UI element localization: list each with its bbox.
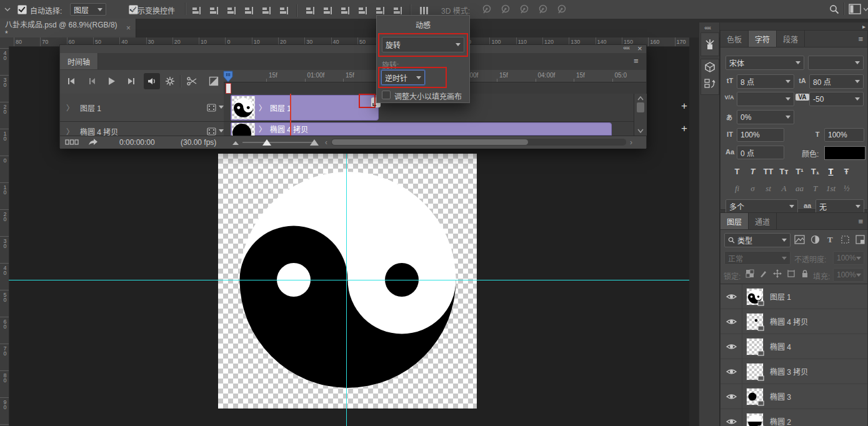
add-media-icon[interactable]: + [681, 122, 687, 135]
align-top-edges-icon[interactable] [191, 6, 201, 16]
faux-underline-icon[interactable]: T [823, 167, 839, 176]
layer-name[interactable]: 椭圆 2 [770, 416, 791, 426]
tool-preset-chevron-icon[interactable] [4, 6, 11, 13]
distribute-right-edges-icon[interactable] [392, 6, 402, 16]
opentype-titling-alternates-icon[interactable]: A [776, 184, 792, 194]
faux-small-caps-icon[interactable]: Tт [776, 167, 792, 176]
panel-menu-icon[interactable]: ≡ [858, 34, 862, 44]
add-media-icon[interactable]: + [681, 100, 687, 112]
text-color-swatch[interactable] [824, 146, 866, 160]
font-style-dropdown[interactable] [808, 56, 864, 70]
chevron-down-icon[interactable] [219, 129, 224, 132]
search-icon[interactable] [829, 4, 840, 15]
opentype-fractions-icon[interactable]: ½ [839, 184, 854, 194]
split-scissors-icon[interactable] [186, 76, 197, 86]
layer-visibility-eye-icon[interactable] [721, 359, 742, 384]
3d-slide-icon[interactable] [537, 4, 549, 15]
vertical-ruler[interactable]: 403020100102030405060708090100 [0, 46, 9, 426]
opentype-stylistic-alternates-icon[interactable]: st [761, 184, 776, 194]
baseline-shift-field[interactable]: 0 点 [737, 146, 784, 159]
canvas[interactable] [218, 154, 477, 409]
layer-thumbnail[interactable] [746, 338, 764, 355]
chevron-down-icon[interactable] [219, 106, 224, 109]
fill-field[interactable]: 100% [833, 268, 864, 282]
opentype-contextual-alternates-icon[interactable]: aa [792, 184, 807, 194]
disclosure-icon[interactable]: 〉 [66, 102, 74, 113]
timeline-scrollbar[interactable] [331, 139, 626, 146]
next-frame-icon[interactable] [126, 76, 136, 86]
3d-panel-icon[interactable] [704, 61, 716, 75]
language-dropdown[interactable]: 多个 [726, 199, 798, 214]
film-frames-icon[interactable] [207, 104, 216, 112]
collapse-to-icons-icon[interactable]: ▸ [862, 23, 865, 30]
layer-visibility-eye-icon[interactable] [721, 284, 742, 309]
faux-bold-icon[interactable]: T [729, 167, 745, 176]
track-scrollbar[interactable] [634, 94, 647, 136]
expand-panels-icon[interactable]: «« [704, 24, 711, 31]
3d-scale-icon[interactable] [556, 4, 567, 15]
tab-channels[interactable]: 通道 [749, 213, 777, 229]
align-vertical-centers-icon[interactable] [209, 6, 219, 16]
layer-row[interactable]: 椭圆 4 拷贝 [721, 309, 867, 334]
opentype-ordinals-icon[interactable]: T [807, 184, 823, 194]
close-panel-icon[interactable]: × [637, 44, 642, 53]
distribute-vertical-centers-icon[interactable] [322, 6, 332, 16]
lock-position-icon[interactable] [773, 269, 782, 278]
previous-frame-icon[interactable] [86, 76, 96, 86]
vertical-guide[interactable] [346, 154, 347, 426]
font-size-dropdown[interactable]: 8 点 [737, 74, 794, 89]
layer-name[interactable]: 椭圆 4 拷贝 [770, 316, 808, 327]
tracking-dropdown[interactable]: -50 [809, 92, 864, 106]
workspace-switcher-icon[interactable] [849, 4, 861, 14]
disclosure-icon[interactable]: 〉 [259, 124, 266, 134]
tab-paragraph[interactable]: 段落 [777, 31, 805, 47]
scroll-right-icon[interactable]: › [630, 138, 632, 147]
scroll-thumb[interactable] [637, 102, 644, 112]
align-bottom-edges-icon[interactable] [226, 6, 236, 16]
resize-canvas-checkbox[interactable] [382, 91, 391, 99]
tsume-dropdown[interactable]: 0% [737, 110, 794, 124]
render-video-icon[interactable] [87, 137, 99, 147]
scroll-thumb[interactable] [332, 139, 528, 145]
layer-row[interactable]: 图层 1 [721, 284, 867, 309]
panel-menu-icon[interactable]: ≡ [858, 217, 862, 226]
layer-visibility-eye-icon[interactable] [721, 309, 742, 334]
close-tab-icon[interactable]: × [126, 24, 131, 32]
first-frame-icon[interactable] [66, 76, 76, 86]
ruler-origin-corner[interactable] [0, 37, 9, 47]
lock-pixels-icon[interactable] [759, 269, 768, 278]
pixel-layer-filter-icon[interactable] [794, 235, 805, 244]
distribute-bottom-edges-icon[interactable] [340, 6, 350, 16]
timeline-zoom-slider-track[interactable] [242, 142, 312, 143]
layer-thumbnail[interactable] [746, 388, 764, 405]
layer-row[interactable]: 椭圆 2 [721, 409, 867, 426]
layer-name[interactable]: 椭圆 4 [770, 341, 791, 352]
distribute-spacing-icon[interactable] [419, 6, 429, 16]
track-name[interactable]: 图层 1 [80, 102, 101, 113]
3d-rotate-icon[interactable] [481, 4, 492, 15]
leading-dropdown[interactable]: 80 点 [809, 74, 864, 89]
lock-all-icon[interactable] [801, 269, 809, 278]
auto-select-checkbox[interactable] [17, 5, 27, 14]
disclosure-icon[interactable]: 〉 [259, 102, 266, 113]
lock-transparent-icon[interactable] [746, 269, 754, 278]
play-icon[interactable] [106, 76, 116, 86]
zoom-in-timeline-icon[interactable] [310, 139, 319, 146]
transition-icon[interactable] [209, 76, 219, 86]
playhead-pin-icon[interactable] [223, 71, 233, 82]
font-family-dropdown[interactable]: 宋体 [726, 56, 804, 70]
distribute-top-edges-icon[interactable] [305, 6, 315, 16]
layer-name[interactable]: 图层 1 [770, 291, 791, 302]
playhead-frame-marker[interactable] [226, 83, 231, 94]
layer-row[interactable]: 椭圆 3 [721, 384, 867, 409]
auto-select-target-dropdown[interactable]: 图层 [70, 3, 106, 16]
rotation-direction-dropdown[interactable]: 逆时针 [381, 70, 425, 85]
distribute-horizontal-centers-icon[interactable] [375, 6, 385, 16]
opentype-swash-icon[interactable]: σ [745, 184, 761, 194]
shape-layer-filter-icon[interactable] [841, 235, 850, 244]
3d-roll-icon[interactable] [500, 4, 511, 15]
faux-strikethrough-icon[interactable]: Ŧ [839, 167, 854, 176]
faux-superscript-icon[interactable]: T¹ [792, 167, 807, 176]
layer-thumbnail[interactable] [746, 363, 764, 380]
opentype-numerator-icon[interactable]: 1st [823, 184, 839, 194]
